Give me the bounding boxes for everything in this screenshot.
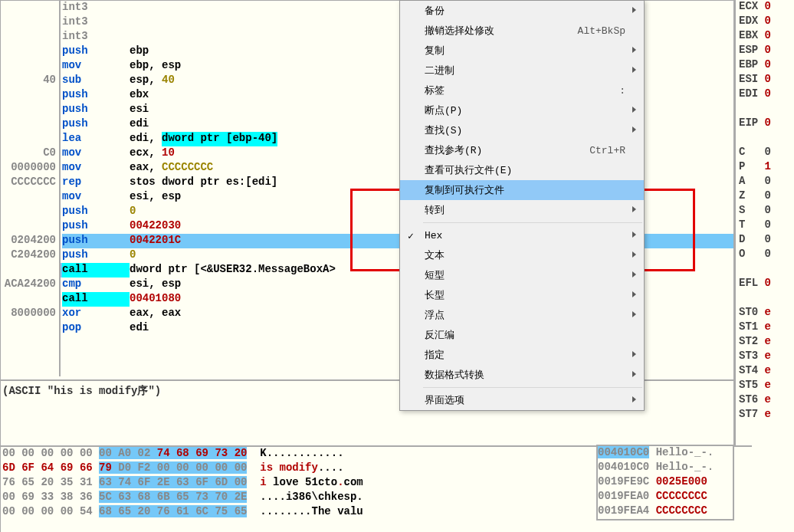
register- (736, 262, 794, 277)
register-efl: EFL 0 (736, 277, 794, 291)
menu-item[interactable]: 二进制 (400, 61, 644, 80)
register-s: S 0 (736, 204, 794, 218)
menu-item[interactable]: 浮点 (400, 305, 644, 325)
register-st2: ST2 e (736, 335, 794, 350)
menu-item[interactable]: 撤销选择处修改Alt+BkSp (400, 21, 644, 41)
stack-panel[interactable]: 004010C0 Hello-_-.004010C0 Hello-_-.0019… (596, 445, 734, 521)
menu-item[interactable]: 短型 (400, 265, 644, 285)
register-c: C 0 (736, 146, 794, 160)
chevron-right-icon (632, 232, 636, 238)
register-st5: ST5 e (736, 379, 794, 393)
context-menu[interactable]: 备份撤销选择处修改Alt+BkSp复制二进制标签:断点(P)查找(S)查找参考(… (399, 0, 645, 411)
register- (736, 131, 794, 146)
stack-row[interactable]: 0019FE9C 0025E000 (598, 475, 733, 490)
check-icon: ✓ (408, 230, 414, 242)
stack-row[interactable]: 004010C0 Hello-_-. (598, 461, 733, 475)
register-edx: EDX 0 (736, 15, 794, 29)
register-st0: ST0 e (736, 306, 794, 320)
menu-item[interactable]: 查找参考(R)Ctrl+R (400, 140, 644, 160)
stack-row[interactable]: 004010C0 Hello-_-. (598, 446, 733, 461)
menu-item[interactable]: 复制到可执行文件 (400, 180, 644, 200)
register-esi: ESI 0 (736, 73, 794, 87)
menu-item[interactable]: 查找(S) (400, 120, 644, 140)
register-d: D 0 (736, 233, 794, 248)
register-o: O 0 (736, 248, 794, 262)
register-esp: ESP 0 (736, 44, 794, 58)
chevron-right-icon (632, 47, 636, 53)
register-ebp: EBP 0 (736, 58, 794, 73)
register-edi: EDI 0 (736, 87, 794, 102)
chevron-right-icon (632, 351, 636, 357)
register-t: T 0 (736, 218, 794, 233)
stack-row[interactable]: 0019FEA4 CCCCCCCC (598, 504, 733, 519)
chevron-right-icon (632, 251, 636, 258)
chevron-right-icon (632, 7, 636, 13)
register-st7: ST7 e (736, 408, 794, 422)
menu-item[interactable]: 标签: (400, 80, 644, 100)
register-p: P 1 (736, 160, 794, 175)
register-ebx: EBX 0 (736, 29, 794, 44)
menu-item[interactable]: ✓Hex (400, 225, 644, 245)
register- (736, 102, 794, 117)
register-a: A 0 (736, 175, 794, 189)
chevron-right-icon (632, 371, 636, 377)
chevron-right-icon (632, 396, 636, 402)
register-ecx: ECX 0 (736, 0, 794, 15)
chevron-right-icon (632, 126, 636, 133)
register-st6: ST6 e (736, 393, 794, 408)
menu-item[interactable]: 转到 (400, 200, 644, 220)
menu-item[interactable]: 断点(P) (400, 100, 644, 120)
menu-item[interactable]: 备份 (400, 1, 644, 21)
menu-item[interactable]: 文本 (400, 245, 644, 265)
stack-row[interactable]: 0019FEA0 CCCCCCCC (598, 490, 733, 504)
menu-item[interactable]: 指定 (400, 345, 644, 365)
register- (736, 291, 794, 306)
register-z: Z 0 (736, 189, 794, 204)
menu-item[interactable]: 长型 (400, 285, 644, 305)
menu-item[interactable]: 数据格式转换 (400, 365, 644, 385)
chevron-right-icon (632, 107, 636, 113)
chevron-right-icon (632, 291, 636, 297)
chevron-right-icon (632, 67, 636, 73)
chevron-right-icon (632, 311, 636, 317)
register-st3: ST3 e (736, 350, 794, 364)
menu-item[interactable]: 界面选项 (400, 390, 644, 410)
register-eip: EIP 0 (736, 117, 794, 131)
chevron-right-icon (632, 271, 636, 277)
register-st1: ST1 e (736, 320, 794, 335)
address-gutter: 40C00000000CCCCCCC0204200C204200ACA24200… (1, 1, 61, 376)
chevron-right-icon (632, 206, 636, 212)
menu-item[interactable]: 反汇编 (400, 325, 644, 345)
menu-item[interactable]: 查看可执行文件(E) (400, 160, 644, 180)
menu-item[interactable]: 复制 (400, 41, 644, 61)
register-st4: ST4 e (736, 364, 794, 379)
